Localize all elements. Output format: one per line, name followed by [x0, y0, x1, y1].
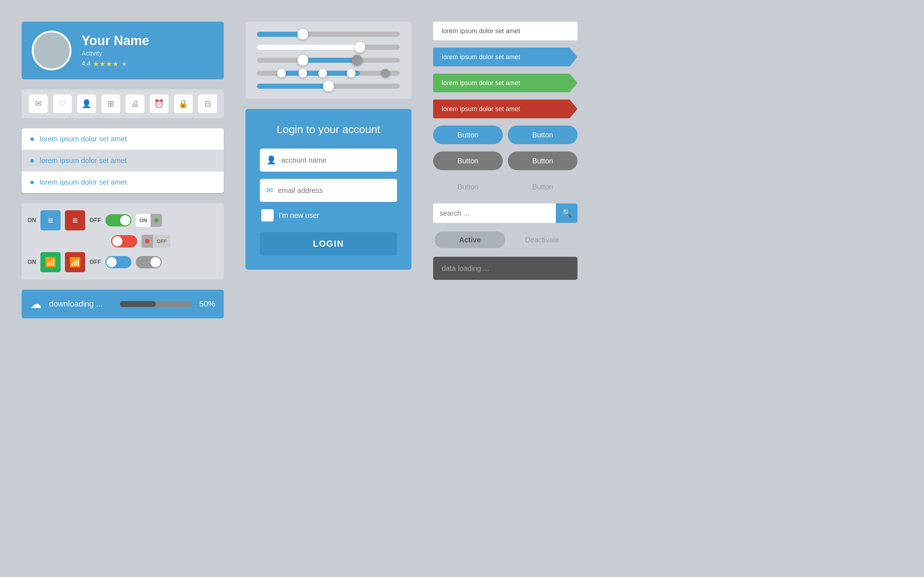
pill-toggle-green-on[interactable]	[105, 214, 131, 226]
blue-button-row: Button Button	[433, 126, 577, 144]
profile-info: Your Name Activity 4.4 ★★★★ ★	[82, 33, 149, 68]
slider-2[interactable]	[257, 45, 400, 50]
profile-activity: Activity	[82, 50, 149, 57]
middle-column: Login to your account 👤 ✉ I'm new user L…	[246, 22, 412, 318]
toggle-row-1: ON ≡ ≡ OFF ON	[27, 210, 218, 230]
arrow-text-white: lorem ipsum dolor set amet	[433, 22, 577, 40]
stars-filled: ★★★★	[93, 60, 119, 68]
slider-4-thumb-4[interactable]	[347, 69, 355, 77]
small-off-label-2: OFF	[153, 235, 170, 248]
on-label-3: ON	[27, 259, 36, 266]
dark-gray-button-row: Button Button	[433, 152, 577, 170]
checkbox-row: I'm new user	[260, 209, 397, 221]
arrow-label-blue: lorem ipsum dolor set amet	[433, 48, 577, 66]
new-user-checkbox[interactable]	[261, 209, 274, 221]
toggle-green-wifi[interactable]: 📶	[40, 252, 61, 272]
pill-thumb-1	[120, 215, 130, 226]
star-empty: ★	[121, 60, 128, 68]
toggle-red-bars[interactable]: ≡	[65, 210, 85, 230]
light-gray-button-row: Button Button	[433, 177, 577, 196]
slider-5[interactable]	[257, 84, 400, 89]
dark-gray-button-1[interactable]: Button	[433, 152, 503, 170]
slider-3-thumb-left[interactable]	[297, 55, 308, 66]
blue-button-1[interactable]: Button	[433, 126, 503, 144]
print-icon-btn[interactable]: 🖨	[126, 95, 144, 113]
account-field[interactable]: 👤	[260, 148, 397, 172]
rating-value: 4.4	[82, 60, 90, 68]
pill-toggle-red[interactable]	[111, 235, 137, 247]
on-label-1: ON	[27, 217, 36, 224]
email-field[interactable]: ✉	[260, 179, 397, 202]
list-item-1[interactable]: lorem ipsum dolor set amet	[22, 128, 224, 150]
slider-3-thumb-right[interactable]	[352, 55, 362, 66]
small-off-label	[150, 214, 162, 227]
toggle-red-wifi[interactable]: 📶	[65, 252, 85, 272]
archive-icon-btn[interactable]: ⊟	[198, 95, 217, 113]
arrow-label-white: lorem ipsum dolor set amet	[433, 22, 577, 40]
right-column: lorem ipsum dolor set amet lorem ipsum d…	[433, 22, 577, 318]
search-bar: 🔍	[433, 203, 577, 223]
dark-gray-button-2[interactable]: Button	[508, 152, 577, 170]
user-icon-btn[interactable]: 👤	[77, 95, 96, 113]
slider-4-thumb-2[interactable]	[299, 69, 307, 77]
arrow-text-red: lorem ipsum dolor set amet	[433, 100, 570, 118]
off-label-3: OFF	[89, 259, 101, 266]
download-text: downloading ...	[49, 299, 113, 309]
slider-4[interactable]	[257, 71, 400, 76]
clock-icon-btn[interactable]: ⏰	[150, 95, 168, 113]
slider-3[interactable]	[257, 58, 400, 63]
slider-4-thumb-1[interactable]	[277, 69, 286, 77]
account-input[interactable]	[281, 156, 391, 164]
profile-rating: 4.4 ★★★★ ★	[82, 60, 149, 68]
slider-5-thumb[interactable]	[323, 81, 334, 92]
blue-button-2[interactable]: Button	[508, 126, 577, 144]
list-item-2[interactable]: lorem ipsum dolor set amet	[22, 150, 224, 172]
left-column: Your Name Activity 4.4 ★★★★ ★ ✉ ♡ 👤 ⊞ 🖨 …	[22, 22, 224, 318]
download-progress-fill	[120, 301, 156, 307]
active-button[interactable]: Active	[435, 232, 505, 248]
slider-1-fill	[257, 32, 303, 37]
arrow-label-green: lorem ipsum dolor set amet	[433, 74, 577, 92]
slider-4-thumb-5[interactable]	[381, 69, 390, 77]
data-loading-text: data loading ...	[442, 264, 489, 272]
search-icon: 🔍	[562, 208, 572, 218]
small-on-label: ON	[136, 214, 150, 227]
avatar	[32, 31, 71, 70]
login-card: Login to your account 👤 ✉ I'm new user L…	[246, 109, 412, 270]
login-button[interactable]: LOGIN	[260, 232, 397, 255]
heart-icon-btn[interactable]: ♡	[53, 95, 72, 113]
lock-icon-btn[interactable]: 🔒	[174, 95, 193, 113]
off-label-1: OFF	[89, 217, 101, 224]
mail-icon-btn[interactable]: ✉	[29, 95, 48, 113]
slider-4-thumb-3[interactable]	[318, 69, 327, 77]
pill-thumb-4	[150, 257, 161, 267]
pill-thumb-2	[112, 236, 122, 246]
pill-toggle-gray[interactable]	[136, 256, 162, 268]
data-loading-bar: data loading ...	[433, 257, 577, 280]
cloud-icon: ☁	[30, 297, 42, 311]
email-input[interactable]	[278, 187, 391, 195]
toggle-blue-bars[interactable]: ≡	[40, 210, 61, 230]
user-field-icon: 👤	[267, 155, 276, 165]
profile-card: Your Name Activity 4.4 ★★★★ ★	[22, 22, 224, 79]
arrow-text-blue: lorem ipsum dolor set amet	[433, 48, 570, 66]
new-user-label: I'm new user	[279, 211, 320, 220]
slider-2-thumb[interactable]	[354, 42, 365, 53]
slider-1[interactable]	[257, 32, 400, 37]
light-gray-button-1[interactable]: Button	[433, 177, 503, 196]
list-item-3[interactable]: lorem ipsum dolor set amet	[22, 172, 224, 193]
list-dot-2	[30, 159, 34, 163]
email-field-icon: ✉	[267, 186, 273, 195]
green-dot	[154, 218, 158, 222]
pill-toggle-blue[interactable]	[105, 256, 131, 268]
search-input[interactable]	[433, 209, 556, 218]
slider-5-fill	[257, 84, 328, 89]
light-gray-button-2[interactable]: Button	[508, 177, 577, 196]
grid-icon-btn[interactable]: ⊞	[102, 95, 120, 113]
profile-name: Your Name	[82, 33, 149, 48]
list-dot-1	[30, 137, 34, 141]
small-red-dot-label	[142, 235, 153, 248]
deactivate-button[interactable]: Deactivate	[507, 230, 577, 250]
search-button[interactable]: 🔍	[556, 203, 577, 223]
slider-1-thumb[interactable]	[297, 29, 308, 40]
